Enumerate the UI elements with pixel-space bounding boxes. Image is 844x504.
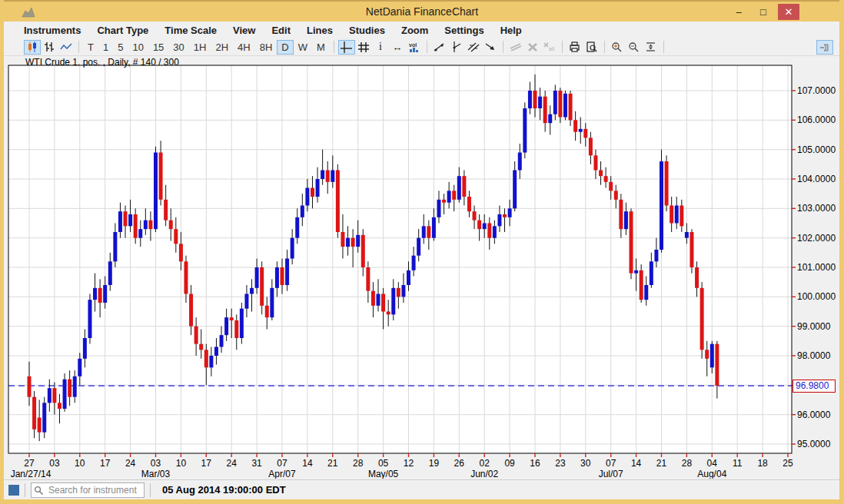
timeframe-button-8h[interactable]: 8H — [255, 40, 277, 55]
menu-studies[interactable]: Studies — [349, 25, 385, 36]
timeframe-button-daily[interactable]: D — [277, 40, 293, 55]
fit-vertical-button[interactable] — [643, 40, 660, 55]
crosshair-button[interactable] — [338, 40, 355, 55]
month-label: Jan/27/14 — [11, 469, 52, 479]
timeframe-button-weekly[interactable]: W — [294, 40, 312, 55]
menu-help[interactable]: Help — [500, 25, 522, 36]
month-label: May/05 — [368, 469, 399, 479]
chart-instrument-label: WTI Crude 1. pos. , Daily, # 140 / 300 — [25, 57, 179, 68]
x-axis-label: 19 — [429, 458, 440, 469]
bar-chart-button[interactable] — [41, 40, 58, 55]
search-input[interactable] — [31, 482, 145, 498]
candle-body — [159, 153, 163, 200]
print-button[interactable] — [567, 40, 583, 55]
timeframe-button-tick[interactable]: T — [83, 40, 98, 55]
timeframe-button-5[interactable]: 5 — [113, 40, 128, 55]
timeframe-button-2h[interactable]: 2H — [211, 40, 233, 55]
candle-body — [528, 91, 532, 108]
parallel-lines-button[interactable] — [507, 40, 524, 55]
trendline-tool-button[interactable] — [431, 40, 448, 55]
minimize-button[interactable]: – — [729, 4, 749, 20]
zoom-in-button[interactable] — [609, 40, 626, 55]
x-axis-label: 11 — [733, 458, 743, 469]
candle-body — [573, 120, 577, 131]
timeframe-button-15[interactable]: 15 — [148, 40, 168, 55]
candle-body — [194, 327, 198, 344]
timeframe-button-4h[interactable]: 4H — [233, 40, 255, 55]
menu-instruments[interactable]: Instruments — [24, 25, 81, 36]
candle-body — [93, 288, 97, 300]
grid-toggle-button[interactable] — [355, 40, 372, 55]
candle-body — [689, 232, 693, 267]
info-button[interactable]: i — [372, 40, 389, 55]
menu-settings[interactable]: Settings — [444, 25, 483, 36]
candle-body — [356, 235, 360, 247]
candle-body — [589, 138, 593, 155]
candle-body — [604, 176, 608, 182]
menu-view[interactable]: View — [233, 25, 255, 36]
toolbar-separator — [78, 41, 79, 53]
candle-body — [538, 97, 542, 108]
x-axis-label: 23 — [555, 458, 566, 469]
candle-body — [377, 294, 380, 306]
x-axis-label: 03 — [49, 458, 60, 469]
horizontal-expand-button[interactable]: ↔ — [389, 40, 406, 55]
x-axis-label: 16 — [530, 458, 540, 469]
candle-body — [270, 288, 274, 317]
channel-tool-icon — [467, 41, 480, 52]
candle-body — [134, 214, 138, 238]
candlestick-chart-button[interactable] — [24, 40, 41, 55]
menu-time-scale[interactable]: Time Scale — [164, 25, 217, 36]
x-axis-label: 10 — [75, 458, 85, 469]
candlestick-chart[interactable]: 95.000096.000097.000098.000099.0000100.0… — [0, 56, 844, 479]
candle-body — [583, 129, 587, 138]
parallel-lines-icon — [510, 42, 522, 51]
menu-bar: Instruments Chart Type Time Scale View E… — [4, 22, 839, 38]
crosshair-icon — [341, 41, 352, 53]
line-chart-button[interactable] — [58, 40, 75, 55]
pin-toolbar-button[interactable] — [816, 40, 833, 55]
candle-body — [351, 238, 355, 247]
x-axis-label: 03 — [151, 458, 161, 469]
arrow-tool-button[interactable] — [482, 40, 499, 55]
title-bar: NetDania FinanceChart – □ ✕ — [0, 0, 844, 22]
zoom-out-button[interactable] — [626, 40, 643, 55]
bar-chart-icon — [44, 41, 55, 52]
menu-zoom[interactable]: Zoom — [401, 25, 428, 36]
close-button[interactable]: ✕ — [778, 4, 799, 20]
timeframe-button-monthly[interactable]: M — [312, 40, 330, 55]
timeframe-button-30[interactable]: 30 — [168, 40, 188, 55]
y-axis-label: 100.0000 — [797, 291, 836, 302]
statusbar-separator — [150, 483, 151, 497]
candle-body — [477, 220, 481, 230]
timeframe-button-10[interactable]: 10 — [128, 40, 148, 55]
month-label: Aug/04 — [697, 469, 726, 479]
delete-object-button[interactable] — [524, 40, 541, 55]
y-axis-label: 104.0000 — [797, 174, 836, 184]
menu-lines[interactable]: Lines — [307, 25, 333, 36]
candle-body — [138, 229, 142, 238]
candle-body — [179, 244, 183, 261]
y-axis-label: 98.0000 — [797, 350, 831, 361]
print-preview-button[interactable] — [583, 40, 600, 55]
candlestick-chart-icon — [27, 41, 38, 52]
candle-body — [321, 171, 324, 180]
candle-body — [391, 288, 395, 315]
x-axis-label: 21 — [656, 458, 667, 469]
y-axis-label: 95.0000 — [797, 439, 831, 449]
channel-tool-button[interactable] — [465, 40, 482, 55]
candle-body — [366, 267, 370, 291]
delete-all-button[interactable]: all — [541, 40, 558, 55]
volume-button[interactable]: vol — [406, 40, 423, 55]
x-axis-label: 02 — [480, 458, 490, 469]
maximize-button[interactable]: □ — [753, 4, 773, 20]
timeframe-button-1[interactable]: 1 — [98, 40, 113, 55]
vertical-line-tool-button[interactable] — [448, 40, 465, 55]
candle-body — [467, 197, 471, 211]
candle-body — [599, 171, 603, 177]
timeframe-button-1h[interactable]: 1H — [189, 40, 211, 55]
candle-body — [503, 214, 507, 217]
menu-chart-type[interactable]: Chart Type — [97, 25, 148, 36]
plot-area[interactable] — [8, 65, 792, 453]
menu-edit[interactable]: Edit — [271, 25, 291, 36]
